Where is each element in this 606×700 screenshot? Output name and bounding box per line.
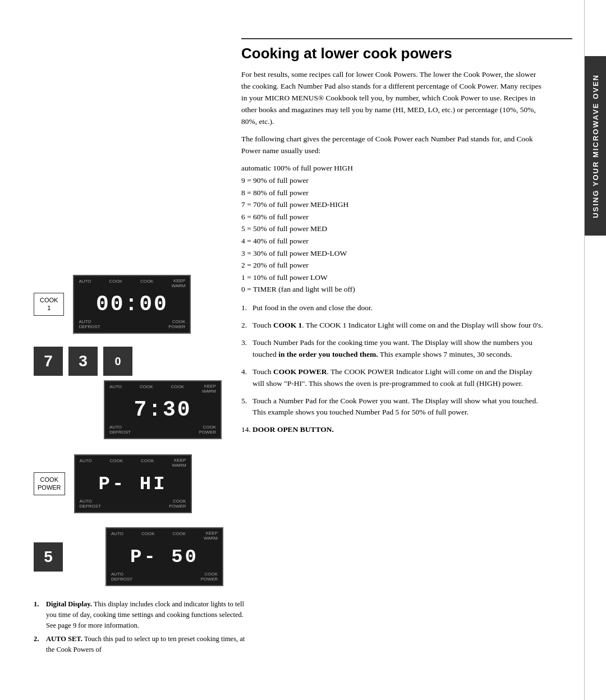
power-line-5: 5 = 50% of full power MED: [241, 223, 544, 235]
power-line-3: 3 = 30% of full power MED-LOW: [241, 247, 544, 260]
display2-cook1: COOK: [140, 384, 153, 394]
display2-cook2: COOK: [171, 384, 184, 394]
step-2-bold: COOK 1: [273, 321, 302, 329]
power-line-0: 0 = TIMER (fan and light will be off): [241, 283, 544, 296]
display3-cook1: COOK: [110, 458, 123, 468]
display1-label-auto: AUTO: [79, 279, 91, 289]
step-1-num: 1.: [241, 302, 252, 314]
display1-label-cook1: COOK: [109, 279, 122, 289]
step-14-num: 14.: [241, 424, 252, 436]
display3-keep-warm: KEEPWARM: [172, 458, 186, 468]
note-1-text: Digital Display. This display includes c…: [46, 599, 247, 630]
display-panel-2: AUTO COOK COOK KEEPWARM 7:30 AUTODEFROST…: [104, 380, 222, 439]
display3-defrost: AUTODEFROST: [80, 499, 101, 509]
display4-top-bar: AUTO COOK COOK KEEPWARM: [111, 531, 218, 541]
steps-list: 1. Put food in the oven and close the do…: [241, 302, 544, 436]
display1-label-cook2: COOK: [140, 279, 154, 289]
display1-defrost: AUTODEFROST: [79, 320, 100, 330]
step-4-bold: COOK POWER: [273, 367, 327, 376]
display4-cook2: COOK: [172, 531, 186, 541]
display3-top-bar: AUTO COOK COOK KEEPWARM: [80, 458, 186, 468]
page-title: Cooking at lower cook powers: [241, 45, 544, 62]
step-2-num: 2.: [241, 320, 252, 331]
bottom-notes: 1. Digital Display. This display include…: [34, 599, 247, 655]
display-panel-3: AUTO COOK COOK KEEPWARM P- HI AUTODEFROS…: [74, 454, 192, 513]
number-pads-row-1: 7 3 0: [34, 347, 132, 376]
step-3-bold: in the order you touched them.: [278, 350, 378, 358]
display3-auto: AUTO: [80, 458, 92, 468]
note-2-text: AUTO SET. Touch this pad to select up to…: [46, 634, 247, 655]
top-divider: [241, 38, 572, 39]
display2-power: COOKPOWER: [199, 425, 216, 435]
display2-digits: 7:30: [109, 395, 216, 425]
step-3-suffix: This example shows 7 minutes, 30 seconds…: [378, 350, 512, 358]
step-3-text: Touch Number Pads for the cooking time y…: [252, 337, 544, 361]
display3-digits: P- HI: [80, 469, 186, 499]
step-1-text: Put food in the oven and close the door.: [252, 302, 544, 314]
num-pad-5[interactable]: 5: [34, 542, 63, 572]
cook1-button[interactable]: COOK 1: [34, 293, 64, 315]
display4-power: COOKPOWER: [201, 572, 218, 582]
note-1-num: 1.: [34, 599, 43, 630]
cook-power-button[interactable]: COOK POWER: [34, 472, 65, 495]
panel-row-3: COOK POWER AUTO COOK COOK KEEPWARM P- HI…: [34, 454, 192, 513]
step-4: 4. Touch COOK POWER. The COOK POWER Indi…: [241, 366, 544, 390]
display-panel-1: AUTO COOK COOK KEEPWARM 00:00 AUTODEFROS…: [73, 275, 191, 334]
intro-paragraph2: The following chart gives the percentage…: [241, 133, 544, 157]
note-1-bold: Digital Display.: [46, 600, 92, 608]
step-2-suffix: . The COOK 1 Indicator Light will come o…: [302, 321, 543, 329]
side-tab: USING YOUR MICROWAVE OVEN: [585, 56, 606, 236]
num-pad-0[interactable]: 0: [103, 347, 132, 376]
display2-defrost: AUTODEFROST: [109, 425, 131, 435]
display1-keep-warm: KEEPWARM: [171, 279, 185, 289]
intro-paragraph1: For best results, some recipes call for …: [241, 69, 544, 128]
display4-digits: P- 50: [111, 542, 218, 572]
step-5-text: Touch a Number Pad for the Cook Power yo…: [252, 395, 544, 419]
display4-defrost: AUTODEFROST: [111, 572, 132, 582]
power-line-2: 2 = 20% of full power: [241, 259, 544, 271]
display1-bottom-bar: AUTODEFROST COOKPOWER: [79, 320, 185, 330]
display3-bottom-bar: AUTODEFROST COOKPOWER: [80, 499, 186, 509]
num-pad-3[interactable]: 3: [68, 347, 98, 376]
panel-row-1: COOK 1 AUTO COOK COOK KEEPWARM 00:00 AUT…: [34, 275, 191, 334]
note-2: 2. AUTO SET. Touch this pad to select up…: [34, 634, 247, 655]
display1-digits: 00:00: [79, 290, 185, 319]
step-4-num: 4.: [241, 366, 252, 390]
display4-bottom-bar: AUTODEFROST COOKPOWER: [111, 572, 218, 582]
step-4-prefix: Touch: [252, 367, 273, 376]
power-line-8: 8 = 80% of full power: [241, 187, 544, 199]
display2-auto: AUTO: [109, 384, 122, 394]
step-14-text: DOOR OPEN BUTTON.: [252, 424, 544, 436]
power-line-7: 7 = 70% of full power MED-HIGH: [241, 199, 544, 211]
num-pad-7[interactable]: 7: [34, 347, 63, 376]
power-auto-line: automatic 100% of full power HIGH: [241, 162, 544, 174]
display1-top-bar: AUTO COOK COOK KEEPWARM: [79, 279, 185, 289]
side-tab-text: USING YOUR MICROWAVE OVEN: [591, 74, 600, 218]
display3-power: COOKPOWER: [169, 499, 186, 509]
power-line-4: 4 = 40% of full power: [241, 235, 544, 247]
step-3-num: 3.: [241, 337, 252, 361]
display-panel-4: AUTO COOK COOK KEEPWARM P- 50 AUTODEFROS…: [105, 527, 223, 586]
display1-power: COOKPOWER: [168, 320, 185, 330]
display4-auto: AUTO: [111, 531, 123, 541]
panel-row-4: 5 AUTO COOK COOK KEEPWARM P- 50 AUTODEFR…: [34, 527, 223, 586]
display3-cook2: COOK: [141, 458, 154, 468]
note-1: 1. Digital Display. This display include…: [34, 599, 247, 630]
step-14-bold: DOOR OPEN BUTTON.: [252, 425, 334, 434]
display2-keep-warm: KEEPWARM: [202, 384, 216, 394]
power-line-6: 6 = 60% of full power: [241, 211, 544, 223]
display4-keep-warm: KEEPWARM: [204, 531, 218, 541]
display2-bottom-bar: AUTODEFROST COOKPOWER: [109, 425, 216, 435]
step-5: 5. Touch a Number Pad for the Cook Power…: [241, 395, 544, 419]
power-line-9: 9 = 90% of full power: [241, 174, 544, 187]
power-chart: automatic 100% of full power HIGH 9 = 90…: [241, 162, 544, 296]
step-14: 14. DOOR OPEN BUTTON.: [241, 424, 544, 436]
step-2-prefix: Touch: [252, 321, 273, 329]
display4-cook1: COOK: [141, 531, 155, 541]
note-2-bold: AUTO SET.: [46, 635, 82, 643]
step-5-num: 5.: [241, 395, 252, 419]
step-2-text: Touch COOK 1. The COOK 1 Indicator Light…: [252, 320, 544, 331]
step-2: 2. Touch COOK 1. The COOK 1 Indicator Li…: [241, 320, 544, 331]
note-2-num: 2.: [34, 634, 43, 655]
step-3: 3. Touch Number Pads for the cooking tim…: [241, 337, 544, 361]
